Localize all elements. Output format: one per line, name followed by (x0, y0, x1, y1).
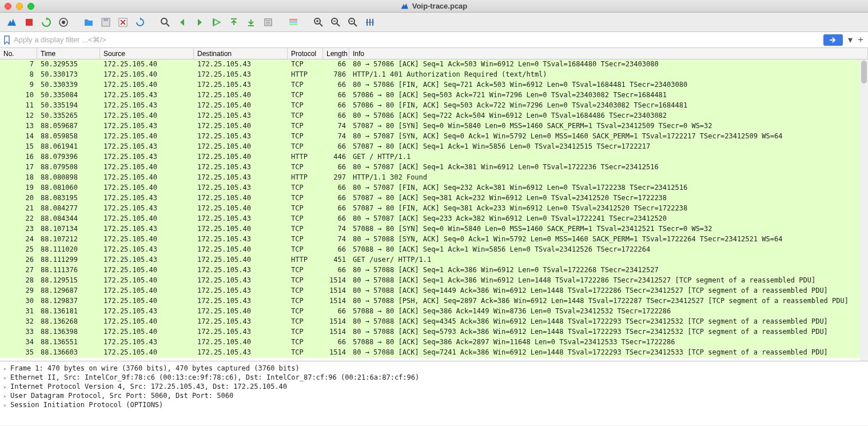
packet-row[interactable]: 950.330339172.25.105.40172.25.105.43TCP6… (0, 80, 868, 90)
zoom-reset-button[interactable] (328, 15, 343, 30)
packet-row[interactable]: 1050.335084172.25.105.43172.25.105.40TCP… (0, 90, 868, 101)
cell-no: 18 (0, 173, 37, 183)
restart-capture-button[interactable] (39, 15, 54, 30)
packet-list[interactable]: 750.329535172.25.105.40172.25.105.43TCP6… (0, 59, 868, 361)
packet-row[interactable]: 2288.084344172.25.105.40172.25.105.43TCP… (0, 214, 868, 224)
scrollbar[interactable] (860, 59, 868, 361)
traffic-lights (0, 3, 34, 10)
scrollbar-thumb[interactable] (861, 61, 867, 83)
go-back-button[interactable] (175, 15, 190, 30)
filter-history-dropdown[interactable]: ▾ (845, 34, 855, 46)
packet-row[interactable]: 3188.136181172.25.105.43172.25.105.40TCP… (0, 306, 868, 317)
cell-length: 66 (323, 90, 349, 101)
expand-caret-icon[interactable]: ▹ (3, 393, 10, 399)
packet-row[interactable]: 2188.084277172.25.105.43172.25.105.40TCP… (0, 204, 868, 214)
cell-info: 57088 → 80 [ACK] Seq=1 Ack=1 Win=5856 Le… (349, 245, 868, 255)
detail-row[interactable]: ▹Ethernet II, Src: IntelCor_9f:78:c6 (00… (1, 373, 867, 382)
packet-row[interactable]: 850.330173172.25.105.40172.25.105.43HTTP… (0, 70, 868, 80)
detail-row[interactable]: ▹Session Initiation Protocol (OPTIONS) (1, 400, 867, 409)
packet-row[interactable]: 3588.136603172.25.105.40172.25.105.43TCP… (0, 348, 868, 358)
open-file-button[interactable] (81, 15, 96, 30)
packet-row[interactable]: 1150.335194172.25.105.43172.25.105.40TCP… (0, 101, 868, 111)
cell-source: 172.25.105.40 (100, 234, 194, 245)
cell-protocol: TCP (288, 306, 323, 317)
resize-columns-button[interactable] (363, 15, 377, 30)
cell-protocol: TCP (288, 132, 323, 142)
packet-row[interactable]: 2388.107134172.25.105.43172.25.105.40TCP… (0, 224, 868, 234)
cell-no: 21 (0, 204, 37, 214)
save-file-button[interactable] (98, 15, 113, 30)
packet-row[interactable]: 3388.136398172.25.105.40172.25.105.43TCP… (0, 327, 868, 337)
expand-caret-icon[interactable]: ▹ (3, 375, 10, 381)
colorize-button[interactable] (286, 15, 301, 30)
packet-row[interactable]: 1688.079396172.25.105.43172.25.105.40HTT… (0, 152, 868, 162)
bookmark-icon[interactable] (2, 35, 11, 45)
packet-row[interactable]: 2888.129515172.25.105.40172.25.105.43TCP… (0, 276, 868, 286)
window-close-button[interactable] (5, 3, 11, 10)
detail-row[interactable]: ▹User Datagram Protocol, Src Port: 5060,… (1, 391, 867, 400)
cell-no: 25 (0, 245, 37, 255)
packet-row[interactable]: 2688.111299172.25.105.43172.25.105.40HTT… (0, 255, 868, 265)
start-capture-button[interactable] (5, 15, 19, 30)
cell-time: 88.107212 (37, 234, 100, 245)
cell-protocol: TCP (288, 265, 323, 276)
expand-caret-icon[interactable]: ▹ (3, 365, 10, 372)
expand-caret-icon[interactable]: ▹ (3, 402, 10, 408)
capture-options-button[interactable] (56, 15, 71, 30)
cell-info: 57086 → 80 [FIN, ACK] Seq=503 Ack=722 Wi… (349, 101, 868, 111)
packet-row[interactable]: 1488.059858172.25.105.40172.25.105.43TCP… (0, 132, 868, 142)
packet-row[interactable]: 750.329535172.25.105.40172.25.105.43TCP6… (0, 59, 868, 70)
cell-no: 34 (0, 337, 37, 348)
reload-file-button[interactable] (133, 15, 148, 30)
zoom-out-button[interactable] (345, 15, 360, 30)
column-header-source[interactable]: Source (100, 48, 194, 59)
packet-row[interactable]: 1988.081060172.25.105.40172.25.105.43TCP… (0, 183, 868, 193)
cell-destination: 172.25.105.43 (194, 234, 288, 245)
packet-row[interactable]: 3088.129837172.25.105.40172.25.105.43TCP… (0, 296, 868, 306)
packet-row[interactable]: 2488.107212172.25.105.40172.25.105.43TCP… (0, 234, 868, 245)
expand-caret-icon[interactable]: ▹ (3, 384, 10, 390)
cell-length: 66 (323, 204, 349, 214)
window-minimize-button[interactable] (16, 3, 23, 10)
cell-length: 1514 (323, 286, 349, 296)
column-header-info[interactable]: Info (349, 48, 868, 59)
stop-capture-button[interactable] (22, 15, 37, 30)
find-packet-button[interactable] (158, 15, 173, 30)
packet-row[interactable]: 3488.136551172.25.105.43172.25.105.40TCP… (0, 337, 868, 348)
cell-destination: 172.25.105.43 (194, 183, 288, 193)
detail-row[interactable]: ▹Frame 1: 470 bytes on wire (3760 bits),… (1, 364, 867, 373)
cell-length: 297 (323, 173, 349, 183)
packet-row[interactable]: 1888.080898172.25.105.40172.25.105.43HTT… (0, 173, 868, 183)
column-header-protocol[interactable]: Protocol (288, 48, 323, 59)
column-header-destination[interactable]: Destination (194, 48, 288, 59)
detail-row[interactable]: ▹Internet Protocol Version 4, Src: 172.2… (1, 382, 867, 391)
packet-row[interactable]: 2088.083195172.25.105.43172.25.105.40TCP… (0, 193, 868, 204)
column-header-length[interactable]: Length (323, 48, 349, 59)
packet-row[interactable]: 2588.111020172.25.105.43172.25.105.40TCP… (0, 245, 868, 255)
packet-row[interactable]: 1588.061941172.25.105.43172.25.105.40TCP… (0, 142, 868, 152)
cell-no: 14 (0, 132, 37, 142)
cell-source: 172.25.105.43 (100, 121, 194, 132)
go-last-button[interactable] (244, 15, 258, 30)
packet-row[interactable]: 3288.136268172.25.105.40172.25.105.43TCP… (0, 317, 868, 327)
packet-row[interactable]: 1250.335265172.25.105.40172.25.105.43TCP… (0, 111, 868, 121)
packet-details-pane[interactable]: ▹Frame 1: 470 bytes on wire (3760 bits),… (0, 361, 868, 425)
zoom-in-button[interactable] (311, 15, 326, 30)
packet-row[interactable]: 2788.111376172.25.105.40172.25.105.43TCP… (0, 265, 868, 276)
packet-row[interactable]: 1788.079508172.25.105.40172.25.105.43TCP… (0, 162, 868, 173)
close-file-button[interactable] (116, 15, 130, 30)
go-to-packet-button[interactable] (209, 15, 224, 30)
apply-filter-button[interactable] (823, 34, 843, 46)
go-forward-button[interactable] (192, 15, 207, 30)
add-filter-button[interactable]: ＋ (855, 34, 866, 46)
go-first-button[interactable] (226, 15, 241, 30)
window-maximize-button[interactable] (27, 3, 34, 10)
cell-length: 66 (323, 59, 349, 70)
display-filter-input[interactable] (11, 34, 823, 45)
column-header-time[interactable]: Time (37, 48, 100, 59)
cell-source: 172.25.105.40 (100, 327, 194, 337)
packet-row[interactable]: 2988.129687172.25.105.40172.25.105.43TCP… (0, 286, 868, 296)
column-header-no[interactable]: No. (0, 48, 37, 59)
packet-row[interactable]: 1388.059687172.25.105.43172.25.105.40TCP… (0, 121, 868, 132)
auto-scroll-button[interactable] (261, 15, 276, 30)
